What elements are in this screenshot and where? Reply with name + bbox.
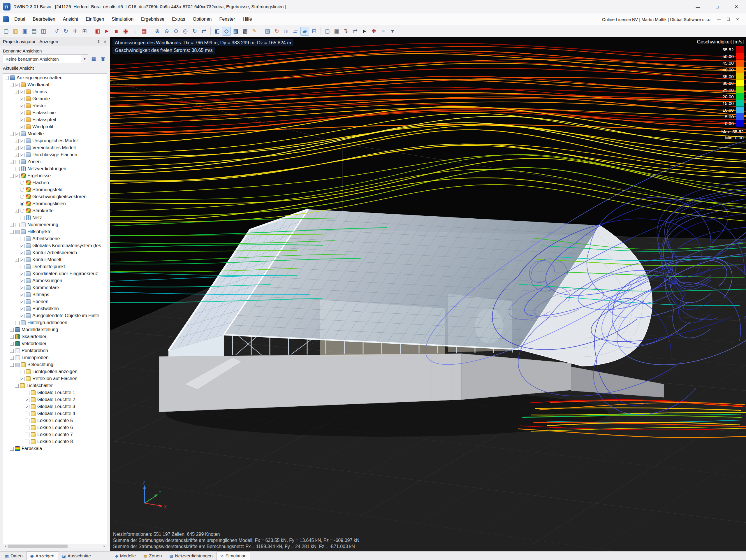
close-button[interactable]: ✕ <box>727 0 746 13</box>
wireframe-display-button[interactable]: ▧ <box>231 27 240 35</box>
checkbox-globale-leuchte-2[interactable]: ✓ <box>25 398 29 402</box>
orbit-view-button[interactable]: ↻ <box>190 27 199 35</box>
window-model-button[interactable]: ▱ <box>291 27 300 35</box>
mdi-close-button[interactable]: ✕ <box>733 16 742 23</box>
tree-item-ergebnisse[interactable]: −✓Ergebnisse <box>4 172 106 179</box>
expand-icon[interactable]: + <box>10 160 14 164</box>
tree-item-modelldarstellung[interactable]: +Modelldarstellung <box>4 326 106 333</box>
tree-item-bitmaps[interactable]: ✓Bitmaps <box>4 291 106 298</box>
start-simulation-button[interactable]: ► <box>103 27 111 35</box>
collapse-icon[interactable]: − <box>15 384 19 388</box>
tree-item-linienproben[interactable]: +Linienproben <box>4 354 106 361</box>
checkbox-ergebnisse[interactable]: ✓ <box>15 174 20 178</box>
collapse-icon[interactable]: − <box>10 174 14 178</box>
open-project-button[interactable]: ▥ <box>11 27 20 35</box>
maximize-button[interactable]: □ <box>708 0 727 13</box>
tree-item-lichtquellen-anzeigen[interactable]: Lichtquellen anzeigen <box>4 368 106 375</box>
tree-item-punktproben[interactable]: +Punktproben <box>4 347 106 354</box>
tree-item-strömungsfeld[interactable]: Strömungsfeld <box>4 186 106 193</box>
tree-item-globale-leuchte-2[interactable]: ✓Globale Leuchte 2 <box>4 396 106 403</box>
checkbox-bitmaps[interactable]: ✓ <box>20 293 25 297</box>
checkbox-nummerierung[interactable] <box>15 223 20 227</box>
toolbar-overflow-button[interactable]: ▾ <box>388 27 397 35</box>
menu-item-ansicht[interactable]: Ansicht <box>59 15 82 24</box>
checkbox-lokale-leuchte-7[interactable] <box>25 432 29 437</box>
checkbox-modelle[interactable]: ✓ <box>15 132 20 136</box>
mdi-restore-button[interactable]: ❐ <box>724 16 733 23</box>
radio-strömungsfeld[interactable] <box>20 188 24 192</box>
tree-item-kontur-modell[interactable]: +✓Kontur Modell <box>4 256 106 263</box>
chevron-down-icon[interactable]: ▾ <box>81 55 88 63</box>
block-tool-b-button[interactable]: ▣ <box>332 27 341 35</box>
expand-icon[interactable]: + <box>15 258 19 262</box>
checkbox-hilfsobjekte[interactable] <box>15 230 20 234</box>
expand-icon[interactable]: + <box>15 209 19 213</box>
checkbox-ausgeblendete-objekte-im-hinte[interactable]: ✓ <box>20 314 25 318</box>
expand-icon[interactable]: + <box>10 335 14 339</box>
menu-item-ergebnisse[interactable]: Ergebnisse <box>137 15 168 24</box>
tree-item-lichtschalter[interactable]: −Lichtschalter <box>4 382 106 389</box>
checkbox-ebenen[interactable]: ✓ <box>20 300 25 304</box>
tree-item-drehmittelpunkt[interactable]: Drehmittelpunkt <box>4 263 106 270</box>
tree-item-globale-leuchte-1[interactable]: Globale Leuchte 1 <box>4 389 106 396</box>
expand-icon[interactable]: + <box>10 342 14 346</box>
expand-icon[interactable]: + <box>10 447 14 451</box>
target-point-button[interactable]: ✛ <box>71 27 80 35</box>
tree-item-nummerierung[interactable]: +Nummerierung <box>4 221 106 228</box>
checkbox-windkanal[interactable]: ✓ <box>15 83 20 87</box>
checkbox-arbeitsebene[interactable] <box>20 237 25 241</box>
checkbox-drehmittelpunkt[interactable] <box>20 265 25 269</box>
scroll-right-icon[interactable]: ► <box>102 544 107 548</box>
radio-stabkräfte[interactable] <box>20 209 24 213</box>
view-isometric-button[interactable]: ◇ <box>222 27 231 35</box>
checkbox-punktwolken[interactable]: ✓ <box>20 307 25 311</box>
checkbox-globale-leuchte-3[interactable]: ✓ <box>25 404 29 409</box>
tab-daten[interactable]: ▦Daten <box>1 552 27 560</box>
radio-strömungslinien[interactable] <box>20 202 24 206</box>
checkbox-lokale-leuchte-5[interactable] <box>25 419 29 423</box>
tree-item-globale-leuchte-4[interactable]: Globale Leuchte 4 <box>4 410 106 417</box>
result-diagram-button[interactable]: ≋ <box>282 27 290 35</box>
mdi-minimize-button[interactable]: — <box>715 16 723 23</box>
menu-item-fenster[interactable]: Fenster <box>216 15 239 24</box>
print-button[interactable]: ▤ <box>30 27 38 35</box>
checkbox-reflexion-auf-flächen[interactable]: ✓ <box>20 376 25 381</box>
pan-view-button[interactable]: ⇄ <box>200 27 208 35</box>
checkbox-kommentare[interactable]: ✓ <box>20 286 25 290</box>
stop-simulation-button[interactable]: ■ <box>112 27 121 35</box>
menu-item-hilfe[interactable]: Hilfe <box>239 15 256 24</box>
expand-icon[interactable]: + <box>15 139 19 143</box>
tree-item-raster[interactable]: ✓Raster <box>4 102 106 109</box>
scrollbar-thumb[interactable] <box>7 544 67 548</box>
expand-icon[interactable]: + <box>10 328 14 332</box>
checkbox-hintergrundebenen[interactable] <box>15 321 20 325</box>
tab-modelle[interactable]: ◆Modelle <box>111 552 140 560</box>
zoom-in-button[interactable]: ⊕ <box>153 27 162 35</box>
checkbox-netz[interactable] <box>20 216 25 220</box>
work-grid-button[interactable]: ⊞ <box>80 27 89 35</box>
zoom-all-button[interactable]: ⊙ <box>172 27 180 35</box>
tree-item-einlasspfeil[interactable]: ✓Einlasspfeil <box>4 116 106 123</box>
show-mesh-button[interactable]: ▩ <box>263 27 272 35</box>
checkbox-ursprüngliches-modell[interactable]: ✓ <box>20 139 25 143</box>
checkbox-globale-leuchte-1[interactable] <box>25 391 29 395</box>
undo-button[interactable]: ↺ <box>52 27 61 35</box>
mesh-settings-button[interactable]: ⊟ <box>310 27 318 35</box>
tree-item-globale-leuchte-3[interactable]: ✓Globale Leuchte 3 <box>4 403 106 410</box>
collapse-icon[interactable]: − <box>10 230 14 234</box>
tree-item-anzeigeeigenschaften[interactable]: −Anzeigeeigenschaften <box>4 74 106 81</box>
select-arrow-button[interactable]: ► <box>360 27 369 35</box>
save-view-button[interactable]: ▣ <box>99 55 107 63</box>
checkbox-koordinaten-über-eingabekreuz[interactable]: ✓ <box>20 272 25 276</box>
checkbox-globale-leuchte-4[interactable] <box>25 412 29 416</box>
checkbox-umriss[interactable]: ✓ <box>20 90 25 94</box>
zoom-out-button[interactable]: ⊖ <box>162 27 171 35</box>
tab-anzeigen[interactable]: ◉Anzeigen <box>27 552 58 560</box>
checkbox-globales-koordinatensystem-fes[interactable]: ✓ <box>20 244 25 248</box>
tree-item-lokale-leuchte-6[interactable]: Lokale Leuchte 6 <box>4 424 106 431</box>
expand-icon[interactable]: + <box>10 349 14 353</box>
tree-item-lokale-leuchte-7[interactable]: Lokale Leuchte 7 <box>4 431 106 438</box>
wind-tunnel-button[interactable]: ◧ <box>93 27 102 35</box>
new-project-button[interactable]: ▢ <box>2 27 10 35</box>
checkbox-lokale-leuchte-6[interactable] <box>25 426 29 430</box>
